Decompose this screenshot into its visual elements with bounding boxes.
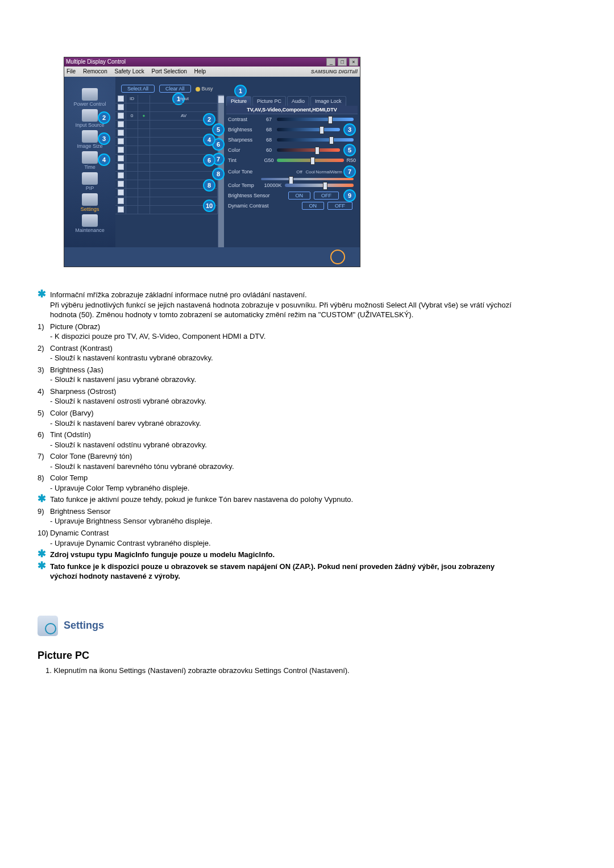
slider-brightness[interactable] — [277, 128, 340, 131]
panel-subtitle: TV,AV,S-Video,Component,HDMI,DTV — [226, 106, 358, 114]
checkbox-all[interactable]: ✓ — [118, 95, 124, 102]
dyncon-on[interactable]: ON — [302, 202, 325, 210]
menu-safetylock[interactable]: Safety Lock — [115, 68, 144, 74]
table-row[interactable] — [115, 189, 218, 197]
table-row[interactable] — [115, 129, 218, 138]
select-all-button[interactable]: Select All — [121, 85, 155, 93]
row-checkbox[interactable] — [118, 189, 124, 196]
callout-p7: 7 — [343, 165, 356, 178]
slider-colortemp[interactable] — [285, 184, 354, 187]
sidebar-item-pip[interactable]: PIP — [70, 171, 109, 191]
callout-p1: 1 — [234, 85, 247, 97]
settings-section-icon — [38, 616, 58, 636]
maintenance-icon — [82, 214, 98, 227]
row-checkbox[interactable] — [118, 172, 124, 178]
window-title: Multiple Display Control — [66, 57, 126, 67]
table-row[interactable] — [115, 155, 218, 163]
menu-help[interactable]: Help — [194, 68, 206, 74]
time-icon — [82, 151, 98, 164]
minimize-button[interactable]: _ — [326, 58, 335, 66]
sidebar-item-time[interactable]: Time4 — [70, 150, 109, 170]
star-icon: ✱ — [38, 550, 50, 560]
power-icon — [82, 88, 98, 101]
row-checkbox[interactable] — [118, 113, 124, 119]
sidebar-item-input[interactable]: Input Source2 — [70, 108, 109, 128]
callout-p8: 8 — [203, 179, 215, 192]
col-input: Input — [150, 95, 218, 103]
row-checkbox[interactable]: ✓ — [118, 104, 124, 110]
row-brightness: Brightness 68 3 — [226, 124, 358, 135]
row-checkbox[interactable] — [118, 138, 124, 144]
section-settings: Settings — [38, 616, 614, 636]
star-icon: ✱ — [38, 495, 50, 505]
grid-header: ✓ ID Input — [115, 95, 218, 103]
scroll-thumb[interactable] — [218, 96, 224, 103]
titlebar: Multiple Display Control _ □ × — [64, 57, 360, 67]
slider-colortone[interactable] — [261, 178, 354, 180]
table-row[interactable] — [115, 138, 218, 146]
callout-3: 3 — [98, 132, 110, 145]
brand-label: SAMSUNG DIGITall — [311, 67, 358, 77]
list-item: 2)Contrast (Kontrast)- Slouží k nastaven… — [38, 343, 523, 363]
table-row[interactable]: ✓ — [115, 103, 218, 112]
row-tint: 6 Tint G50 R50 — [226, 155, 358, 165]
row-checkbox[interactable] — [118, 198, 124, 204]
row-checkbox[interactable] — [118, 130, 124, 136]
sidebar-item-maintenance[interactable]: Maintenance — [70, 213, 109, 233]
app-window: Multiple Display Control _ □ × File Remo… — [64, 57, 360, 267]
row-checkbox[interactable] — [118, 147, 124, 153]
slider-tint[interactable] — [277, 159, 344, 162]
row-checkbox[interactable] — [118, 121, 124, 127]
menu-file[interactable]: File — [67, 68, 76, 74]
list-item: 5)Color (Barvy)- Slouží k nastavení bare… — [38, 408, 523, 428]
callout-p9: 9 — [343, 189, 356, 202]
doc-body: ✱ Informační mřížka zobrazuje základní i… — [38, 290, 523, 582]
callout-p4: 4 — [203, 134, 215, 146]
menu-portselection[interactable]: Port Selection — [152, 68, 187, 74]
info-icon[interactable] — [330, 250, 345, 264]
menu-remocon[interactable]: Remocon — [83, 68, 107, 74]
callout-p6: 6 — [203, 154, 215, 167]
row-color: Color 60 5 — [226, 145, 358, 155]
list-item: 7)Color Tone (Barevný tón)- Slouží k nas… — [38, 451, 523, 471]
row-checkbox[interactable] — [118, 155, 124, 161]
table-row[interactable] — [115, 206, 218, 214]
table-row[interactable] — [115, 121, 218, 129]
sidebar-item-imagesize[interactable]: Image Size3 — [70, 129, 109, 149]
brsensor-on[interactable]: ON — [288, 192, 311, 200]
slider-color[interactable] — [277, 148, 340, 152]
list-item: 4)Sharpness (Ostrost)- Slouží k nastaven… — [38, 387, 523, 406]
table-row[interactable] — [115, 163, 218, 172]
slider-sharpness[interactable] — [277, 138, 354, 142]
table-row[interactable] — [115, 146, 218, 155]
brsensor-off[interactable]: OFF — [314, 192, 339, 200]
table-row[interactable] — [115, 180, 218, 189]
close-button[interactable]: × — [349, 58, 358, 66]
footer-bar — [64, 247, 360, 267]
sidebar-item-power[interactable]: Power Control — [70, 87, 109, 107]
row-checkbox[interactable] — [118, 206, 124, 213]
dyncon-off[interactable]: OFF — [327, 202, 352, 210]
window-buttons: _ □ × — [326, 57, 358, 67]
pip-icon — [82, 172, 98, 185]
table-row[interactable] — [115, 172, 218, 180]
row-dyncontrast: 10 Dynamic Contrast ON OFF — [226, 201, 358, 211]
row-checkbox[interactable] — [118, 164, 124, 170]
subhead-picturepc: Picture PC — [38, 650, 614, 662]
tab-picturepc[interactable]: Picture PC — [252, 96, 286, 106]
list-item: 6)Tint (Odstín)- Slouží k nastavení odst… — [38, 430, 523, 450]
tab-picture[interactable]: Picture — [226, 96, 251, 106]
row-checkbox[interactable] — [118, 181, 124, 187]
slider-contrast[interactable] — [277, 118, 354, 121]
list-item: ✱Zdroj vstupu typu MagicInfo funguje pou… — [38, 550, 523, 560]
tab-audio[interactable]: Audio — [287, 96, 309, 106]
tab-imagelock[interactable]: Image Lock — [310, 96, 346, 106]
list-item: 1)Picture (Obraz)- K dispozici pouze pro… — [38, 322, 523, 342]
sidebar-item-settings[interactable]: Settings — [70, 192, 109, 212]
settings-icon — [82, 193, 98, 206]
maximize-button[interactable]: □ — [338, 58, 347, 66]
settings-heading: Settings — [64, 620, 104, 632]
table-row[interactable] — [115, 197, 218, 206]
table-row[interactable]: 0●AV — [115, 112, 218, 121]
clear-all-button[interactable]: Clear All — [159, 85, 191, 93]
